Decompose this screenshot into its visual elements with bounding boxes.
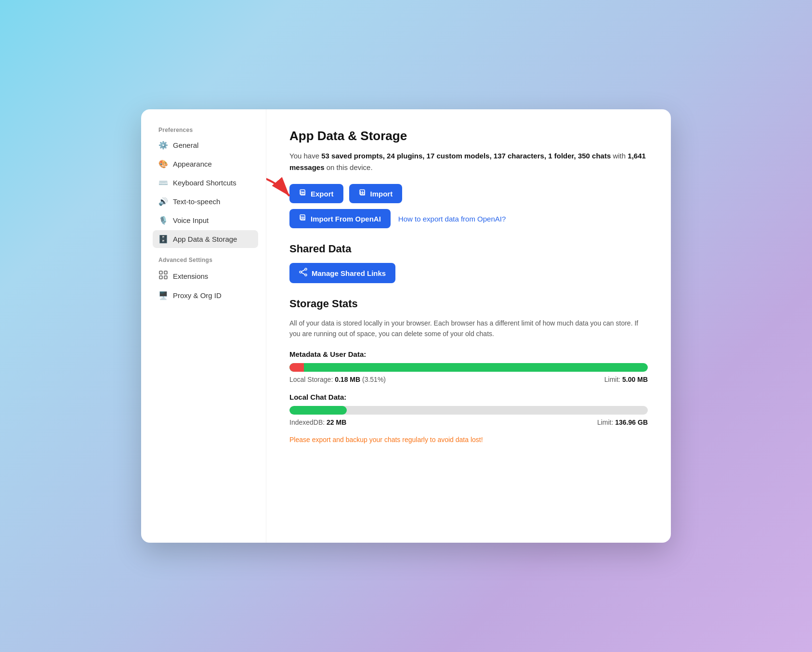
import-label: Import [370,190,393,198]
local-chat-progress-bar [289,406,648,415]
sidebar-item-general[interactable]: ⚙️ General [153,136,258,154]
page-title: App Data & Storage [289,129,648,143]
sidebar-item-label: Voice Input [173,216,209,224]
sidebar-item-label: Extensions [173,272,208,280]
storage-icon: 🗄️ [158,235,168,244]
appearance-icon: 🎨 [158,159,168,169]
main-content: App Data & Storage You have 53 saved pro… [266,109,671,543]
sidebar-item-label: Appearance [173,160,212,168]
import-openai-icon [299,214,307,223]
storage-description: All of your data is stored locally in yo… [289,318,648,339]
svg-rect-0 [159,271,162,274]
import-openai-row: Import From OpenAI How to export data fr… [289,209,648,228]
sidebar-item-app-data[interactable]: 🗄️ App Data & Storage [153,230,258,248]
sidebar-item-proxy[interactable]: 🖥️ Proxy & Org ID [153,287,258,304]
local-chat-limit-value: Limit: 136.96 GB [597,418,648,426]
sidebar-item-appearance[interactable]: 🎨 Appearance [153,155,258,173]
sidebar-item-keyboard-shortcuts[interactable]: ⌨️ Keyboard Shortcuts [153,174,258,192]
sidebar: Preferences ⚙️ General 🎨 Appearance ⌨️ K… [141,109,266,543]
metadata-limit-value: Limit: 5.00 MB [604,376,648,383]
sidebar-item-label: Text-to-speech [173,197,220,206]
export-label: Export [311,190,334,198]
sidebar-item-label: Keyboard Shortcuts [173,179,236,187]
metadata-storage-value: Local Storage: 0.18 MB (3.51%) [289,376,386,383]
sidebar-item-voice-input[interactable]: 🎙️ Voice Input [153,211,258,229]
sidebar-item-label: App Data & Storage [173,235,237,243]
modal-container: Preferences ⚙️ General 🎨 Appearance ⌨️ K… [141,109,671,543]
manage-shared-links-button[interactable]: Manage Shared Links [289,263,395,283]
import-openai-button[interactable]: Import From OpenAI [289,209,391,228]
export-button[interactable]: Export [289,184,343,203]
import-button[interactable]: Import [349,184,403,203]
proxy-icon: 🖥️ [158,291,168,300]
svg-point-10 [305,274,307,276]
metadata-label: Metadata & User Data: [289,350,648,358]
sidebar-item-extensions[interactable]: Extensions [153,266,258,286]
svg-rect-1 [164,271,167,274]
export-icon [299,189,307,198]
svg-point-8 [305,268,307,270]
local-chat-storage-value: IndexedDB: 22 MB [289,418,346,426]
sidebar-item-label: General [173,141,198,149]
local-chat-label: Local Chat Data: [289,393,648,401]
import-openai-label: Import From OpenAI [311,215,381,223]
metadata-progress-bar [289,363,648,372]
import-icon [359,189,367,198]
sidebar-item-text-to-speech[interactable]: 🔊 Text-to-speech [153,193,258,210]
tts-icon: 🔊 [158,197,168,206]
app-data-description: You have 53 saved prompts, 24 plugins, 1… [289,150,648,173]
svg-rect-3 [164,276,167,279]
svg-rect-2 [159,276,162,279]
advanced-section-label: Advanced Settings [153,257,258,263]
share-icon [299,268,308,278]
local-chat-progress-fill [289,406,347,415]
sidebar-item-label: Proxy & Org ID [173,291,222,300]
svg-point-9 [300,271,301,273]
storage-stats-title: Storage Stats [289,298,648,310]
svg-line-12 [301,273,305,274]
metadata-storage-row: Local Storage: 0.18 MB (3.51%) Limit: 5.… [289,376,648,383]
voice-icon: 🎙️ [158,216,168,225]
general-icon: ⚙️ [158,141,168,150]
manage-shared-links-row: Manage Shared Links [289,263,648,283]
preferences-section-label: Preferences [153,127,258,133]
action-buttons-container: Export Import [289,184,648,228]
how-to-export-link[interactable]: How to export data from OpenAI? [398,215,506,223]
export-import-row: Export Import [289,184,648,203]
svg-line-11 [301,270,305,272]
metadata-progress-red [289,363,304,372]
shared-data-title: Shared Data [289,243,648,255]
local-chat-storage-row: IndexedDB: 22 MB Limit: 136.96 GB [289,418,648,426]
extensions-icon [158,271,168,281]
warning-text: Please export and backup your chats regu… [289,436,648,443]
keyboard-icon: ⌨️ [158,178,168,187]
manage-shared-links-label: Manage Shared Links [312,269,386,277]
